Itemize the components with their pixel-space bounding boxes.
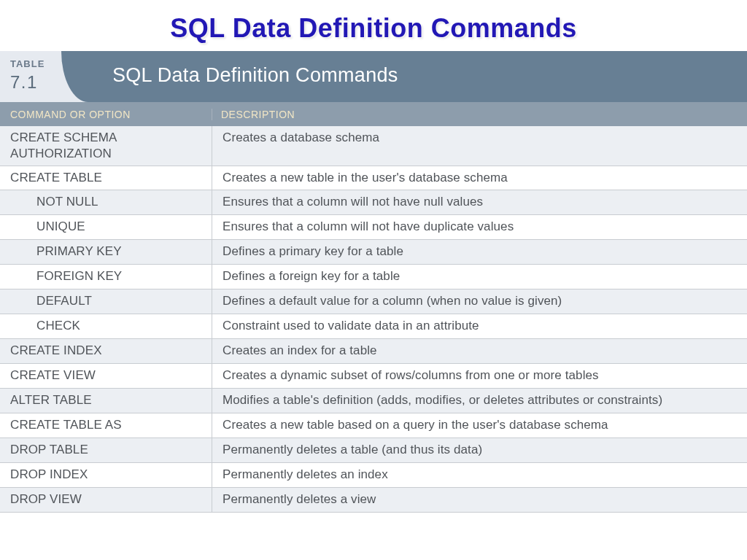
table-row: NOT NULLEnsures that a column will not h…: [0, 190, 747, 215]
cell-description: Ensures that a column will not have dupl…: [212, 215, 747, 239]
cell-command: DROP VIEW: [0, 488, 212, 512]
table-row: UNIQUEEnsures that a column will not hav…: [0, 215, 747, 240]
cell-command: UNIQUE: [0, 215, 212, 239]
table-row: CREATE TABLE ASCreates a new table based…: [0, 413, 747, 438]
table-column-header-row: COMMAND OR OPTION DESCRIPTION: [0, 102, 747, 126]
cell-command: CREATE SCHEMA AUTHORIZATION: [0, 126, 212, 166]
cell-command: CREATE TABLE: [0, 166, 212, 190]
table-row: CHECKConstraint used to validate data in…: [0, 314, 747, 339]
table-tag: TABLE 7.1: [0, 51, 88, 102]
cell-description: Permanently deletes a table (and thus it…: [212, 438, 747, 462]
cell-description: Defines a default value for a column (wh…: [212, 289, 747, 314]
cell-description: Permanently deletes an index: [212, 463, 747, 487]
cell-command: NOT NULL: [0, 190, 212, 214]
table-row: DEFAULTDefines a default value for a col…: [0, 289, 747, 314]
table-row: CREATE SCHEMA AUTHORIZATIONCreates a dat…: [0, 126, 747, 166]
table-header-bar: TABLE 7.1 SQL Data Definition Commands: [0, 51, 747, 102]
cell-description: Creates an index for a table: [212, 339, 747, 363]
column-header-command: COMMAND OR OPTION: [0, 109, 212, 120]
cell-description: Constraint used to validate data in an a…: [212, 314, 747, 338]
table-body: CREATE SCHEMA AUTHORIZATIONCreates a dat…: [0, 126, 747, 513]
cell-description: Ensures that a column will not have null…: [212, 190, 747, 214]
cell-command: CREATE INDEX: [0, 339, 212, 363]
cell-description: Creates a new table based on a query in …: [212, 413, 747, 438]
cell-command: CHECK: [0, 314, 212, 338]
cell-description: Defines a primary key for a table: [212, 240, 747, 264]
cell-command: DROP INDEX: [0, 463, 212, 487]
cell-command: DROP TABLE: [0, 438, 212, 462]
cell-command: DEFAULT: [0, 289, 212, 314]
cell-description: Permanently deletes a view: [212, 488, 747, 512]
table-row: DROP TABLEPermanently deletes a table (a…: [0, 438, 747, 463]
column-header-description: DESCRIPTION: [212, 109, 747, 120]
table-row: CREATE INDEXCreates an index for a table: [0, 339, 747, 364]
cell-command: ALTER TABLE: [0, 389, 212, 413]
table-tag-number: 7.1: [10, 72, 77, 93]
table-row: PRIMARY KEYDefines a primary key for a t…: [0, 240, 747, 265]
table-row: DROP INDEXPermanently deletes an index: [0, 463, 747, 488]
table-row: CREATE VIEWCreates a dynamic subset of r…: [0, 364, 747, 389]
page-title: SQL Data Definition Commands: [0, 0, 747, 51]
cell-description: Creates a dynamic subset of rows/columns…: [212, 364, 747, 388]
table-title: SQL Data Definition Commands: [88, 51, 423, 102]
table-row: DROP VIEWPermanently deletes a view: [0, 488, 747, 513]
cell-command: CREATE VIEW: [0, 364, 212, 388]
cell-command: FOREIGN KEY: [0, 265, 212, 289]
cell-description: Creates a new table in the user's databa…: [212, 166, 747, 190]
cell-command: PRIMARY KEY: [0, 240, 212, 264]
table-container: TABLE 7.1 SQL Data Definition Commands C…: [0, 51, 747, 513]
cell-description: Modifies a table's definition (adds, mod…: [212, 389, 747, 413]
cell-command: CREATE TABLE AS: [0, 413, 212, 438]
table-row: CREATE TABLECreates a new table in the u…: [0, 166, 747, 191]
table-row: ALTER TABLEModifies a table's definition…: [0, 389, 747, 413]
cell-description: Creates a database schema: [212, 126, 747, 166]
table-row: FOREIGN KEYDefines a foreign key for a t…: [0, 265, 747, 289]
cell-description: Defines a foreign key for a table: [212, 265, 747, 289]
table-tag-label: TABLE: [10, 58, 77, 69]
